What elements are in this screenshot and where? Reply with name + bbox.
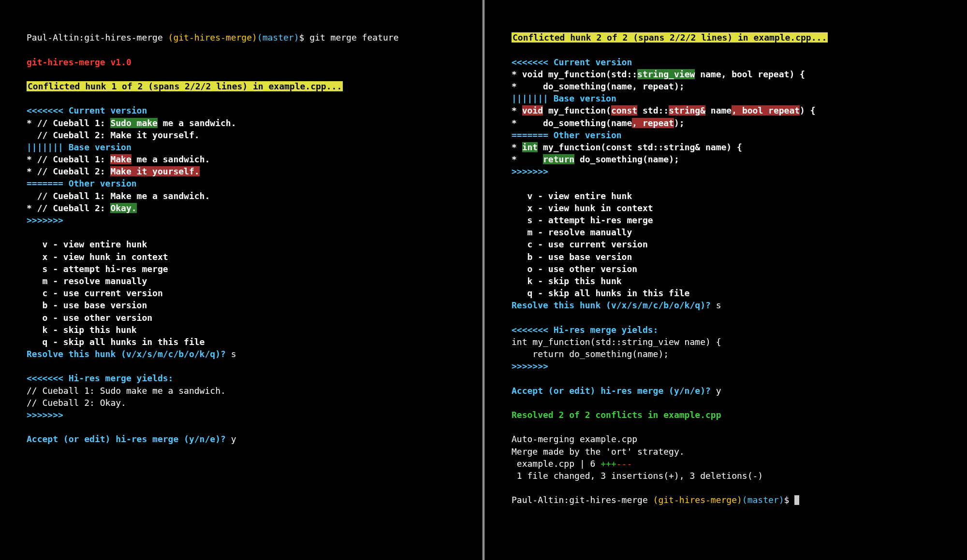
accept-prompt[interactable]: Accept (or edit) hi-res merge (y/n/e)? — [512, 386, 716, 396]
diff-line: // Cueball 1: Make me a sandwich. — [27, 191, 210, 201]
diff-line: * void my_function(std::string_view name… — [512, 69, 805, 79]
hunk-header: Conflicted hunk 2 of 2 (spans 2/2/2 line… — [512, 32, 828, 43]
menu-item-x: x - view hunk in context — [512, 203, 653, 213]
prompt-host: Paul-Altin:git-hires-merge — [27, 32, 168, 43]
diff-line: * do_something(name, repeat); — [512, 81, 685, 91]
resolved-line: Resolved 2 of 2 conflicts in example.cpp — [512, 410, 721, 420]
diff-line: * return do_something(name); — [512, 154, 679, 164]
accept-prompt[interactable]: Accept (or edit) hi-res merge (y/n/e)? — [27, 434, 231, 444]
git-output: example.cpp | 6 +++--- — [512, 459, 632, 469]
prompt-branch: (master) — [742, 495, 784, 505]
menu-item-q: q - skip all hunks in this file — [512, 288, 689, 298]
resolve-prompt[interactable]: Resolve this hunk (v/x/s/m/c/b/o/k/q)? — [27, 349, 231, 359]
prompt-repo: (git-hires-merge) — [653, 495, 742, 505]
menu-item-c: c - use current version — [512, 239, 648, 249]
resolve-answer: s — [716, 300, 721, 310]
diff-line: * // Cueball 2: Okay. — [27, 203, 137, 213]
prompt-dollar: $ — [299, 32, 310, 43]
diff-line: * int my_function(const std::string& nam… — [512, 142, 742, 152]
git-output: Merge made by the 'ort' strategy. — [512, 446, 685, 457]
menu-item-o: o - use other version — [512, 264, 637, 274]
diff-line: * do_something(name, repeat); — [512, 118, 685, 128]
prompt-host: Paul-Altin:git-hires-merge — [512, 495, 653, 505]
diff-line: // Cueball 2: Make it yourself. — [27, 130, 200, 140]
cursor-icon[interactable] — [794, 495, 799, 505]
hunk-header: Conflicted hunk 1 of 2 (spans 2/2/2 line… — [27, 81, 343, 91]
marker-base: ||||||| Base version — [27, 142, 132, 152]
marker-current: <<<<<<< Current version — [512, 57, 632, 67]
marker-end: >>>>>>> — [27, 215, 63, 225]
accept-answer: y — [716, 386, 721, 396]
yield-line: // Cueball 2: Okay. — [27, 398, 126, 408]
menu-item-c: c - use current version — [27, 288, 163, 298]
menu-item-m: m - resolve manually — [27, 276, 147, 286]
menu-item-x: x - view hunk in context — [27, 252, 168, 262]
marker-end: >>>>>>> — [512, 361, 548, 371]
menu-item-s: s - attempt hi-res merge — [27, 264, 168, 274]
menu-item-b: b - use base version — [512, 252, 632, 262]
terminal-pane-right[interactable]: Conflicted hunk 2 of 2 (spans 2/2/2 line… — [485, 0, 967, 560]
menu-item-q: q - skip all hunks in this file — [27, 337, 205, 347]
prompt-dollar: $ — [784, 495, 795, 505]
yield-line: // Cueball 1: Sudo make me a sandwich. — [27, 386, 226, 396]
marker-yields: <<<<<<< Hi-res merge yields: — [512, 325, 658, 335]
prompt-branch: (master) — [257, 32, 299, 43]
diff-line: * void my_function(const std::string& na… — [512, 105, 816, 115]
terminal-pane-left[interactable]: Paul-Altin:git-hires-merge (git-hires-me… — [0, 0, 482, 560]
git-output: 1 file changed, 3 insertions(+), 3 delet… — [512, 471, 763, 481]
diff-line: * // Cueball 1: Sudo make me a sandwich. — [27, 118, 236, 128]
marker-current: <<<<<<< Current version — [27, 105, 147, 115]
git-output: Auto-merging example.cpp — [512, 434, 637, 444]
yield-line: int my_function(std::string_view name) { — [512, 337, 721, 347]
menu-item-v: v - view entire hunk — [512, 191, 632, 201]
menu-item-s: s - attempt hi-res merge — [512, 215, 653, 225]
marker-yields: <<<<<<< Hi-res merge yields: — [27, 373, 173, 383]
command-text: git merge feature — [309, 32, 398, 43]
menu-item-k: k - skip this hunk — [27, 325, 137, 335]
marker-other: ======= Other version — [512, 130, 622, 140]
menu-item-b: b - use base version — [27, 300, 147, 310]
menu-item-m: m - resolve manually — [512, 227, 632, 237]
menu-item-v: v - view entire hunk — [27, 239, 147, 249]
menu-item-k: k - skip this hunk — [512, 276, 622, 286]
accept-answer: y — [231, 434, 236, 444]
yield-line: return do_something(name); — [512, 349, 669, 359]
prompt-repo: (git-hires-merge) — [168, 32, 257, 43]
marker-base: ||||||| Base version — [512, 93, 616, 103]
marker-end: >>>>>>> — [27, 410, 63, 420]
diff-line: * // Cueball 1: Make me a sandwich. — [27, 154, 210, 164]
diff-line: * // Cueball 2: Make it yourself. — [27, 166, 200, 176]
resolve-prompt[interactable]: Resolve this hunk (v/x/s/m/c/b/o/k/q)? — [512, 300, 716, 310]
resolve-answer: s — [231, 349, 236, 359]
marker-end: >>>>>>> — [512, 166, 548, 176]
marker-other: ======= Other version — [27, 178, 137, 188]
menu-item-o: o - use other version — [27, 313, 152, 323]
version-line: git-hires-merge v1.0 — [27, 57, 132, 67]
